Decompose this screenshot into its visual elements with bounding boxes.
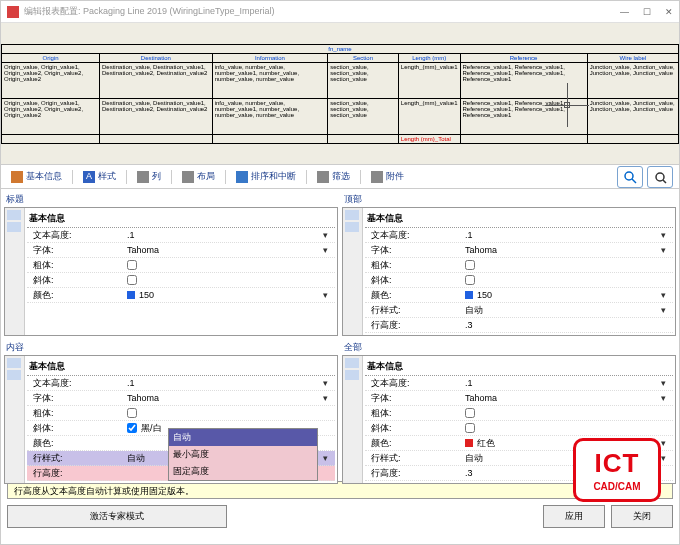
dropdown-option[interactable]: 自动 [169, 429, 317, 446]
color-field[interactable]: 150 [139, 290, 154, 300]
row-height-field[interactable]: .3 [465, 320, 673, 330]
color-field[interactable]: 150 [477, 290, 492, 300]
font-field[interactable]: Tahoma [465, 245, 661, 255]
maximize-button[interactable]: ☐ [643, 7, 651, 17]
svg-point-2 [656, 173, 664, 181]
expert-mode-button[interactable]: 激活专家模式 [7, 505, 227, 528]
font-field[interactable]: Tahoma [465, 393, 661, 403]
svg-point-0 [625, 172, 633, 180]
preview-area: fn_name OriginDestinationInformationSect… [1, 23, 679, 165]
row-style-field[interactable]: 自动 [465, 304, 661, 317]
text-height-field[interactable]: .1 [127, 378, 323, 388]
tab-style[interactable]: A样式 [79, 168, 120, 185]
app-icon [7, 6, 19, 18]
color-field[interactable]: 红色 [477, 437, 495, 450]
svg-line-3 [663, 180, 666, 183]
zoom-preview-button[interactable] [617, 166, 643, 188]
chevron-down-icon[interactable]: ▾ [323, 230, 335, 240]
italic-checkbox[interactable] [127, 423, 137, 433]
total-cell: Length (mm)_Total [398, 134, 460, 143]
crosshair-icon [545, 83, 589, 127]
dropdown-option[interactable]: 最小高度 [169, 446, 317, 463]
watermark-logo: ICT CAD/CAM [573, 438, 661, 502]
italic-checkbox[interactable] [127, 275, 137, 285]
bold-checkbox[interactable] [465, 260, 475, 270]
svg-line-1 [632, 179, 636, 183]
minimize-button[interactable]: — [620, 7, 629, 17]
panel-icon [343, 356, 363, 483]
panel-content: 内容 基本信息 文本高度:.1▾ 字体:Tahoma▾ 粗体: 斜体:黑/白 颜… [4, 340, 338, 484]
font-field[interactable]: Tahoma [127, 245, 323, 255]
close-dialog-button[interactable]: 关闭 [611, 505, 673, 528]
tab-sort[interactable]: 排序和中断 [232, 168, 300, 185]
toolbar: 基本信息 A样式 列 布局 排序和中断 筛选 附件 [1, 165, 679, 189]
tab-attach[interactable]: 附件 [367, 168, 408, 185]
chevron-down-icon[interactable]: ▾ [323, 245, 335, 255]
quad-panels: 标题 基本信息 文本高度:.1▾ 字体:Tahoma▾ 粗体: 斜体: 颜色:1… [1, 189, 679, 479]
apply-button[interactable]: 应用 [543, 505, 605, 528]
close-button[interactable]: ✕ [665, 7, 673, 17]
color-swatch [127, 291, 135, 299]
panel-icon [5, 356, 25, 483]
chevron-down-icon[interactable]: ▾ [323, 290, 335, 300]
italic-checkbox[interactable] [465, 423, 475, 433]
row-style-dropdown[interactable]: 自动 最小高度 固定高度 [168, 428, 318, 481]
dropdown-option[interactable]: 固定高度 [169, 463, 317, 480]
bold-checkbox[interactable] [127, 408, 137, 418]
tab-basic[interactable]: 基本信息 [7, 168, 66, 185]
zoom-button[interactable] [647, 166, 673, 188]
italic-checkbox[interactable] [465, 275, 475, 285]
tab-column[interactable]: 列 [133, 168, 165, 185]
panel-top: 顶部 基本信息 文本高度:.1▾ 字体:Tahoma▾ 粗体: 斜体: 颜色:1… [342, 192, 676, 336]
text-height-field[interactable]: .1 [465, 230, 661, 240]
titlebar: 编辑报表配置: Packaging Line 2019 (WiringLineT… [1, 1, 679, 23]
text-height-field[interactable]: .1 [127, 230, 323, 240]
tab-filter[interactable]: 筛选 [313, 168, 354, 185]
panel-icon [343, 208, 363, 335]
panel-title: 标题 基本信息 文本高度:.1▾ 字体:Tahoma▾ 粗体: 斜体: 颜色:1… [4, 192, 338, 336]
text-height-field[interactable]: .1 [465, 378, 661, 388]
panel-icon [5, 208, 25, 335]
tab-layout[interactable]: 布局 [178, 168, 219, 185]
bold-checkbox[interactable] [127, 260, 137, 270]
footer: 激活专家模式 应用 关闭 [1, 501, 679, 532]
window-title: 编辑报表配置: Packaging Line 2019 (WiringLineT… [24, 5, 275, 18]
font-field[interactable]: Tahoma [127, 393, 323, 403]
bold-checkbox[interactable] [465, 408, 475, 418]
